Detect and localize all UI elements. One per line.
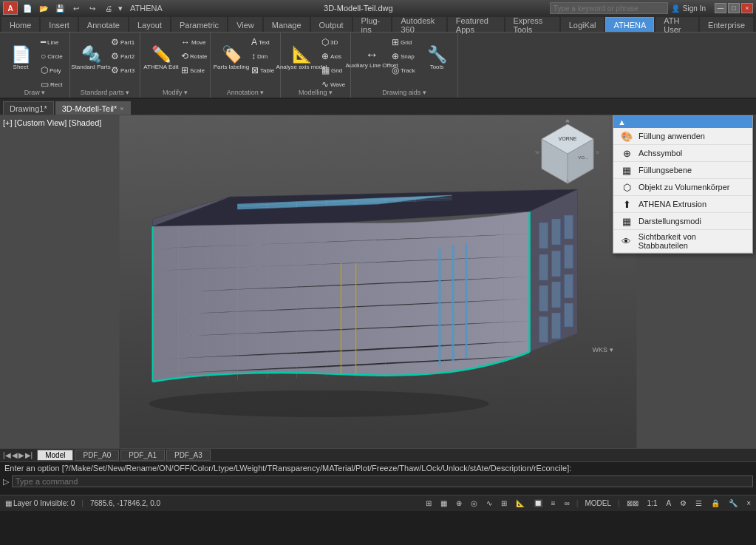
mod-small-2[interactable]: ⊕Axis (319, 50, 346, 63)
ducs-btn[interactable]: 📐 (514, 499, 527, 507)
tab-featured[interactable]: Featured Apps (448, 17, 504, 32)
ortho-btn[interactable]: ⊕ (454, 499, 464, 507)
menu-item-athena-extrusion[interactable]: ⬆ ATHENA Extrusion (613, 196, 752, 213)
ann-small-1[interactable]: AText (249, 35, 276, 49)
athena-edit-icon: ✏️ (151, 47, 171, 63)
dropdown-scroll-up[interactable]: ▲ (618, 118, 626, 126)
tp-btn[interactable]: ∞ (562, 499, 572, 507)
otrack-btn[interactable]: ⊞ (499, 499, 509, 507)
modify-small-2[interactable]: ⟲Rotate (179, 50, 205, 63)
plot-btn[interactable]: 🖨 (102, 1, 115, 15)
view-cube[interactable]: VORNE VO... N S E W (534, 118, 601, 185)
osnap-btn[interactable]: ∿ (484, 499, 494, 507)
coordinates[interactable]: 7685.6, -17846.2, 0.0 (88, 499, 163, 507)
circle-btn[interactable]: ○Circle (38, 50, 65, 63)
new-btn[interactable]: 📄 (21, 1, 34, 15)
tab-plugins[interactable]: Plug-ins (353, 17, 392, 32)
minimize-btn[interactable]: — (715, 3, 726, 13)
aux-line-offset-button[interactable]: ↔ Auxiliary Line Offset (355, 35, 388, 81)
tab-annotate[interactable]: Annotate (79, 17, 128, 32)
ann-small-buttons: AText ↕Dim ⊠Table (249, 35, 276, 77)
search-input[interactable] (550, 2, 668, 14)
save-btn[interactable]: 💾 (53, 1, 67, 15)
model-tab-pdf-a0[interactable]: PDF_A0 (75, 450, 119, 461)
grid-btn[interactable]: ▦ (438, 499, 449, 507)
modify-small-3[interactable]: ⊞Scale (179, 64, 205, 77)
parts-labeling-button[interactable]: 🏷️ Parts labeling (215, 35, 248, 81)
tab-first-btn[interactable]: |◀ (3, 451, 11, 459)
status-sep-3: | (618, 499, 620, 507)
tab-manage[interactable]: Manage (264, 17, 310, 32)
menu-item-achssymbol[interactable]: ⊕ Achssymbol (613, 145, 752, 162)
settings-btn[interactable]: ☰ (693, 499, 704, 507)
menu-item-sichtbarkeit[interactable]: 👁 Sichtbarkeit von Stabbauteilen (613, 230, 752, 253)
standard-parts-button[interactable]: 🔩 Standard Parts (75, 35, 107, 81)
ann-small-2[interactable]: ↕Dim (249, 50, 276, 63)
close-status-btn[interactable]: × (744, 499, 753, 507)
tab-layout[interactable]: Layout (129, 17, 170, 32)
menu-item-darstellungsmodi[interactable]: ▦ Darstellungsmodi (613, 213, 752, 230)
menu-item-objekt-volumen[interactable]: ⬡ Objekt zu Volumenkörper (613, 179, 752, 196)
tab-home[interactable]: Home (1, 17, 39, 32)
model-label[interactable]: MODEL (582, 499, 613, 507)
3dmodel-close-icon[interactable]: × (120, 105, 123, 112)
ann-icon-2: ↕ (251, 51, 256, 61)
lineweight-btn[interactable]: ≡ (549, 499, 558, 507)
drawing-tab-3dmodel[interactable]: 3D-Modell-Teil* × (55, 101, 131, 115)
annotation-visibility-btn[interactable]: A (664, 499, 673, 507)
tab-view[interactable]: View (228, 17, 262, 32)
sp-small-1[interactable]: ⚙Part1 (109, 35, 135, 49)
polar-btn[interactable]: ◎ (469, 499, 480, 507)
command-input[interactable] (12, 475, 753, 487)
sheet-button[interactable]: 📄 Sheet (4, 35, 37, 81)
app-logo[interactable]: A (3, 1, 18, 15)
redo-btn[interactable]: ↪ (86, 1, 99, 15)
da-small-3[interactable]: ◎Track (389, 64, 416, 77)
menu-item-fullung-anwenden[interactable]: 🎨 Füllung anwenden (613, 128, 752, 145)
tab-prev-btn[interactable]: ◀ (12, 451, 18, 459)
mod-small-1[interactable]: ⬡3D (319, 35, 346, 49)
sign-in-area[interactable]: 👤 Sign In (671, 4, 706, 13)
drawing-tab-drawing1[interactable]: Drawing1* (3, 101, 54, 115)
athena-edit-button[interactable]: ✏️ ATHENA Edit (145, 35, 177, 81)
ann-small-3[interactable]: ⊠Table (249, 64, 276, 77)
open-btn[interactable]: 📂 (37, 1, 50, 15)
modify-small-1[interactable]: ↔Move (179, 35, 205, 49)
poly-btn[interactable]: ⬡Poly (38, 64, 65, 77)
workspace-btn[interactable]: ⚙ (678, 499, 689, 507)
tab-parametric[interactable]: Parametric (171, 17, 227, 32)
tab-insert[interactable]: Insert (41, 17, 78, 32)
line-btn[interactable]: ━Line (38, 35, 65, 49)
tab-athena[interactable]: ATHENA (605, 17, 654, 32)
analyse-axis-button[interactable]: 📐 Analyse axis model (285, 35, 318, 81)
tab-express[interactable]: Express Tools (505, 17, 559, 32)
close-btn[interactable]: × (741, 3, 753, 13)
sp-small-3[interactable]: ⚙Part3 (109, 64, 135, 77)
model-tab-pdf-a1[interactable]: PDF_A1 (120, 450, 165, 461)
tab-next-btn[interactable]: ▶ (18, 451, 24, 459)
menu-item-fullungsebene[interactable]: ▦ Füllungsebene (613, 162, 752, 179)
tools-button[interactable]: 🔧 Tools (420, 35, 453, 81)
view-settings-btn[interactable]: 🔧 (726, 499, 740, 507)
layer-indicator[interactable]: ▦ Layer 0 Invisible: 0 (3, 499, 77, 507)
tab-last-btn[interactable]: ▶| (25, 451, 33, 459)
mod-small-3[interactable]: ▦Grid (319, 64, 346, 77)
viewport-controls-bottom[interactable]: ⊠⊠ (624, 499, 641, 507)
model-tab-model[interactable]: Model (37, 450, 73, 461)
model-tab-pdf-a3[interactable]: PDF_A3 (166, 450, 211, 461)
dyn-btn[interactable]: 🔲 (531, 499, 545, 507)
qa-dropdown[interactable]: ▾ (118, 4, 123, 13)
lock-btn[interactable]: 🔒 (709, 499, 722, 507)
da-small-1[interactable]: ⊞Grid (389, 35, 416, 49)
tab-ath-user[interactable]: ATH User (655, 17, 698, 32)
tab-logikal[interactable]: LogiKal (561, 17, 605, 32)
tab-output[interactable]: Output (311, 17, 352, 32)
tab-enterprise[interactable]: Enterprise (700, 17, 753, 32)
maximize-btn[interactable]: □ (728, 3, 740, 13)
tab-autodesk360[interactable]: Autodesk 360 (392, 17, 446, 32)
annotation-scale[interactable]: 1:1 (645, 499, 660, 507)
da-small-2[interactable]: ⊕Snap (389, 50, 416, 63)
snap-btn[interactable]: ⊞ (423, 499, 434, 507)
sp-small-2[interactable]: ⚙Part2 (109, 50, 135, 63)
undo-btn[interactable]: ↩ (69, 1, 83, 15)
